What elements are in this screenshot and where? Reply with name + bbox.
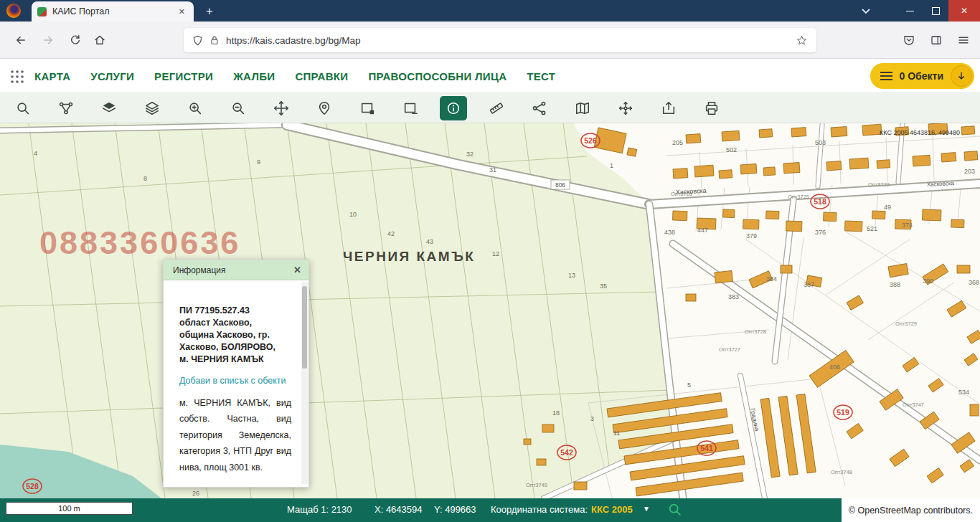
- svg-text:526: 526: [584, 136, 597, 145]
- tool-measure-icon[interactable]: [483, 96, 510, 120]
- tool-layers-base-icon[interactable]: [95, 96, 123, 120]
- svg-text:8: 8: [143, 175, 147, 182]
- tool-related-objects-icon[interactable]: [526, 96, 553, 120]
- svg-text:376: 376: [815, 229, 826, 236]
- svg-text:205: 205: [672, 139, 683, 146]
- road-number-label: 806: [555, 181, 565, 189]
- svg-text:5: 5: [687, 381, 691, 389]
- firefox-icon[interactable]: [6, 4, 21, 18]
- reload-button[interactable]: [65, 29, 86, 51]
- new-tab-button[interactable]: +: [201, 3, 218, 20]
- svg-text:374: 374: [902, 222, 913, 229]
- browser-navbar: https://kais.cadastre.bg/bg/Map: [0, 22, 980, 59]
- tool-zoom-in-icon[interactable]: [182, 96, 209, 120]
- tool-locate-icon[interactable]: [311, 96, 338, 120]
- menu-item-zhalbi[interactable]: ЖАЛБИ: [233, 70, 275, 82]
- svg-text:9: 9: [257, 158, 260, 166]
- osm-attribution[interactable]: © OpenStreetMap contributors.: [842, 498, 980, 522]
- pocket-icon[interactable]: [900, 29, 918, 51]
- tool-select-area-icon[interactable]: [354, 96, 381, 120]
- map-toolbar: [0, 93, 980, 123]
- bookmark-star-icon[interactable]: [796, 34, 808, 47]
- coord-system-value[interactable]: ККС 2005: [591, 504, 633, 515]
- svg-text:502: 502: [726, 146, 737, 153]
- svg-text:541: 541: [700, 444, 713, 452]
- info-panel-header[interactable]: Информация ✕: [164, 260, 308, 280]
- tool-coordinates-icon[interactable]: [612, 96, 639, 120]
- tool-zoom-out-icon[interactable]: [225, 96, 252, 120]
- tool-map-sheets-icon[interactable]: [569, 96, 596, 120]
- map-area[interactable]: 4893132104243121335261205502503203494384…: [0, 123, 980, 498]
- scrollbar-thumb[interactable]: [302, 286, 307, 369]
- lock-icon[interactable]: [209, 35, 220, 45]
- svg-text:11: 11: [613, 430, 620, 437]
- map-statusbar: 100 m Мащаб 1: 2130 X: 4643594 Y: 499663…: [0, 498, 980, 522]
- menu-item-spravki[interactable]: СПРАВКИ: [295, 70, 348, 82]
- minimize-button[interactable]: [897, 0, 923, 22]
- svg-text:3: 3: [590, 415, 594, 422]
- menu-icon[interactable]: [954, 29, 973, 51]
- svg-text:Опт3722: Опт3722: [868, 181, 890, 188]
- tab-list-chevron-icon[interactable]: [859, 4, 872, 17]
- svg-text:Опт3725: Опт3725: [788, 194, 809, 200]
- svg-text:388: 388: [890, 281, 900, 288]
- place-name-label: ЧЕРНИЯ КАМЪК: [343, 249, 475, 264]
- svg-text:Опт3727: Опт3727: [719, 346, 740, 353]
- svg-text:503: 503: [815, 139, 826, 146]
- objects-expand-button[interactable]: [951, 65, 972, 87]
- fields-area: [0, 123, 677, 498]
- browser-titlebar: КАИС Портал ✕ + ✕: [0, 0, 980, 22]
- svg-text:542: 542: [560, 448, 573, 457]
- tool-layers-icon[interactable]: [138, 96, 166, 120]
- info-panel-close-icon[interactable]: ✕: [293, 265, 301, 275]
- menu-item-uslugi[interactable]: УСЛУГИ: [90, 70, 134, 82]
- shield-icon[interactable]: [192, 35, 203, 46]
- add-to-objects-link[interactable]: Добави в списък с обекти: [179, 375, 287, 388]
- scale-bar: 100 m: [6, 502, 133, 515]
- apps-grid-icon[interactable]: [9, 69, 25, 85]
- menu-item-pravosposobni-litsa[interactable]: ПРАВОСПОСОБНИ ЛИЦА: [368, 70, 507, 82]
- menu-item-test[interactable]: ТЕСТ: [527, 70, 555, 82]
- svg-text:390: 390: [923, 277, 933, 285]
- tab-title: КАИС Портал: [52, 6, 170, 16]
- tool-search-icon[interactable]: [9, 96, 37, 120]
- svg-text:384: 384: [766, 275, 777, 283]
- url-bar[interactable]: https://kais.cadastre.bg/bg/Map: [184, 28, 816, 52]
- tab-close-icon[interactable]: ✕: [176, 6, 188, 18]
- menu-item-registri[interactable]: РЕГИСТРИ: [154, 70, 213, 82]
- forward-button[interactable]: [37, 29, 59, 51]
- tool-print-icon[interactable]: [698, 96, 725, 120]
- info-panel-body: ПИ 77195.527.43 област Хасково, община Х…: [164, 280, 308, 487]
- y-coordinate: Y: 499663: [434, 504, 476, 515]
- scale-text: Мащаб 1: 2130: [287, 504, 352, 515]
- svg-text:Опт3747: Опт3747: [903, 402, 924, 408]
- app-menubar: КАРТА УСЛУГИ РЕГИСТРИ ЖАЛБИ СПРАВКИ ПРАВ…: [0, 59, 980, 93]
- back-button[interactable]: [10, 29, 32, 51]
- url-text[interactable]: https://kais.cadastre.bg/bg/Map: [226, 35, 789, 46]
- browser-tab[interactable]: КАИС Портал ✕: [32, 1, 194, 22]
- svg-text:Опт3749: Опт3749: [526, 482, 547, 488]
- maximize-button[interactable]: [923, 0, 948, 22]
- svg-text:10: 10: [349, 211, 357, 218]
- menu-item-karta[interactable]: КАРТА: [34, 70, 70, 82]
- info-panel-scrollbar[interactable]: [301, 282, 308, 484]
- coord-system-dropdown-icon[interactable]: ▼: [643, 505, 650, 513]
- statusbar-search-icon[interactable]: [667, 502, 683, 518]
- sidebar-icon[interactable]: [927, 29, 946, 51]
- map-canvas[interactable]: 4893132104243121335261205502503203494384…: [0, 123, 980, 498]
- svg-text:31: 31: [489, 166, 496, 174]
- svg-text:18: 18: [552, 409, 560, 417]
- info-panel-title: Информация: [173, 265, 293, 275]
- svg-text:387: 387: [804, 281, 814, 288]
- tool-pan-icon[interactable]: [268, 96, 295, 120]
- close-button[interactable]: ✕: [948, 0, 980, 22]
- tool-topology-icon[interactable]: [52, 96, 80, 120]
- svg-text:43: 43: [426, 238, 433, 245]
- objects-widget[interactable]: 0 Обекти: [870, 63, 974, 89]
- tool-deselect-area-icon[interactable]: [397, 96, 424, 120]
- tool-export-icon[interactable]: [655, 96, 682, 120]
- home-button[interactable]: [89, 29, 110, 51]
- tool-info-icon[interactable]: [440, 96, 467, 120]
- svg-text:1: 1: [610, 162, 613, 169]
- svg-text:368: 368: [969, 279, 979, 286]
